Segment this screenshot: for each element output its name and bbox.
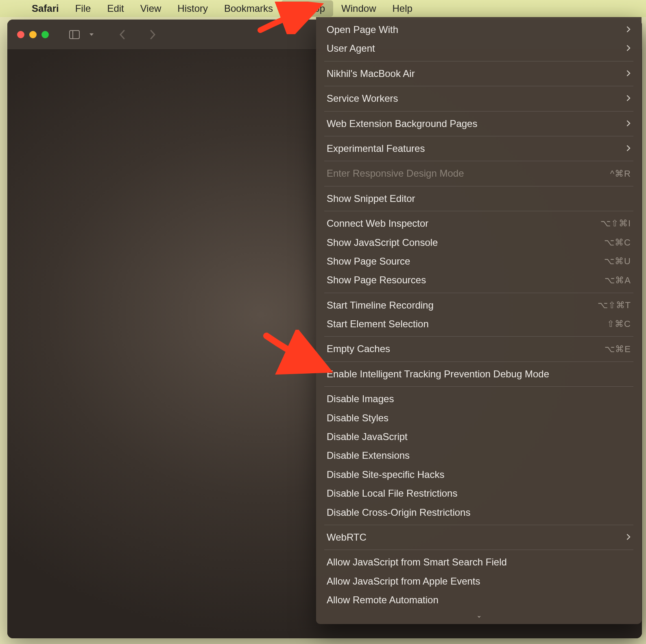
menu-item-start-timeline-recording[interactable]: Start Timeline Recording⌥⇧⌘T (316, 296, 642, 315)
menu-history[interactable]: History (169, 0, 216, 17)
develop-menu-dropdown: Open Page WithUser AgentNikhil's MacBook… (316, 17, 642, 624)
menu-window[interactable]: Window (333, 0, 384, 17)
menu-item-shortcut: ⌥⇧⌘I (600, 217, 631, 230)
menu-separator (324, 293, 633, 293)
menu-item-allow-javascript-from-smart-search-field[interactable]: Allow JavaScript from Smart Search Field (316, 553, 642, 572)
menu-item-label: Disable JavaScript (327, 430, 408, 443)
app-menu[interactable]: Safari (24, 0, 67, 17)
menu-item-enter-responsive-design-mode: Enter Responsive Design Mode^⌘R (316, 164, 642, 183)
chevron-right-icon (626, 42, 631, 55)
menu-file[interactable]: File (67, 0, 99, 17)
forward-button[interactable] (145, 27, 160, 42)
menu-separator (324, 186, 633, 186)
menu-item-disable-extensions[interactable]: Disable Extensions (316, 446, 642, 465)
menu-item-start-element-selection[interactable]: Start Element Selection⇧⌘C (316, 315, 642, 333)
menu-item-shortcut: ⇧⌘C (607, 318, 631, 330)
menu-item-label: Disable Site-specific Hacks (327, 468, 444, 481)
menu-separator (324, 161, 633, 161)
menu-item-allow-remote-automation[interactable]: Allow Remote Automation (316, 591, 642, 609)
menu-item-connect-web-inspector[interactable]: Connect Web Inspector⌥⇧⌘I (316, 214, 642, 233)
menu-item-service-workers[interactable]: Service Workers (316, 89, 642, 108)
menu-item-label: Nikhil's MacBook Air (327, 67, 415, 80)
sidebar-dropdown-button[interactable] (85, 29, 98, 40)
menu-item-label: Start Timeline Recording (327, 299, 434, 312)
menu-separator (324, 386, 633, 387)
menu-item-label: Disable Cross-Origin Restrictions (327, 506, 470, 519)
menu-item-shortcut: ⌥⌘A (605, 274, 631, 287)
menu-item-label: Enable Intelligent Tracking Prevention D… (327, 368, 549, 381)
menu-item-disable-javascript[interactable]: Disable JavaScript (316, 427, 642, 446)
menu-item-label: Allow Remote Automation (327, 594, 439, 607)
menu-item-label: Disable Local File Restrictions (327, 487, 457, 500)
menu-item-label: Connect Web Inspector (327, 217, 428, 230)
menu-item-show-snippet-editor[interactable]: Show Snippet Editor (316, 189, 642, 208)
menu-view[interactable]: View (132, 0, 170, 17)
menu-item-show-page-resources[interactable]: Show Page Resources⌥⌘A (316, 271, 642, 289)
svg-rect-0 (70, 31, 79, 39)
chevron-right-icon (626, 142, 631, 155)
fullscreen-window-button[interactable] (41, 31, 49, 38)
menu-item-disable-site-specific-hacks[interactable]: Disable Site-specific Hacks (316, 465, 642, 484)
menu-item-label: Web Extension Background Pages (327, 117, 477, 130)
menu-bookmarks[interactable]: Bookmarks (216, 0, 281, 17)
menu-item-label: Show Snippet Editor (327, 192, 415, 205)
menu-separator (324, 550, 633, 550)
menu-item-shortcut: ^⌘R (610, 168, 631, 180)
back-button[interactable] (115, 27, 130, 42)
menu-item-label: User Agent (327, 42, 375, 55)
menu-item-allow-javascript-from-apple-events[interactable]: Allow JavaScript from Apple Events (316, 572, 642, 591)
menu-item-label: Show JavaScript Console (327, 236, 438, 249)
chevron-right-icon (626, 23, 631, 36)
sidebar-toggle-button[interactable] (65, 28, 84, 42)
menu-item-label: Allow JavaScript from Apple Events (327, 575, 480, 588)
menu-item-label: Disable Styles (327, 412, 388, 425)
menu-item-label: Show Page Source (327, 255, 410, 268)
macos-menubar: Safari File Edit View History Bookmarks … (0, 0, 646, 17)
menu-item-disable-images[interactable]: Disable Images (316, 390, 642, 408)
menu-item-web-extension-background-pages[interactable]: Web Extension Background Pages (316, 114, 642, 133)
menu-item-disable-cross-origin-restrictions[interactable]: Disable Cross-Origin Restrictions (316, 503, 642, 522)
menu-item-experimental-features[interactable]: Experimental Features (316, 139, 642, 158)
menu-item-show-javascript-console[interactable]: Show JavaScript Console⌥⌘C (316, 233, 642, 252)
menu-separator (324, 86, 633, 86)
menu-item-label: WebRTC (327, 531, 367, 544)
menu-separator (324, 525, 633, 525)
menu-separator (324, 211, 633, 211)
menu-item-enable-intelligent-tracking-prevention-debug-mode[interactable]: Enable Intelligent Tracking Prevention D… (316, 365, 642, 383)
menu-help[interactable]: Help (384, 0, 420, 17)
chevron-right-icon (626, 92, 631, 105)
menu-edit[interactable]: Edit (99, 0, 132, 17)
menu-item-shortcut: ⌥⇧⌘T (598, 299, 631, 311)
close-window-button[interactable] (17, 31, 24, 38)
menu-item-user-agent[interactable]: User Agent (316, 39, 642, 58)
menu-separator (324, 361, 633, 362)
minimize-window-button[interactable] (29, 31, 37, 38)
menu-item-label: Open Page With (327, 23, 398, 36)
menu-item-shortcut: ⌥⌘U (604, 255, 631, 267)
menu-item-label: Empty Caches (327, 342, 390, 355)
menu-item-open-page-with[interactable]: Open Page With (316, 20, 642, 39)
menu-item-shortcut: ⌥⌘E (605, 343, 631, 355)
menu-develop[interactable]: Develop (281, 0, 333, 17)
menu-item-label: Start Element Selection (327, 318, 429, 331)
menu-item-label: Experimental Features (327, 142, 425, 155)
window-traffic-lights (17, 31, 49, 38)
menu-overflow-chevron-icon[interactable]: ⌄ (316, 610, 642, 619)
menu-item-disable-local-file-restrictions[interactable]: Disable Local File Restrictions (316, 484, 642, 503)
menu-item-webrtc[interactable]: WebRTC (316, 528, 642, 547)
menu-item-label: Allow JavaScript from Smart Search Field (327, 556, 507, 569)
menu-separator (324, 136, 633, 136)
chevron-right-icon (626, 67, 631, 80)
menu-item-label: Service Workers (327, 92, 398, 105)
menu-item-show-page-source[interactable]: Show Page Source⌥⌘U (316, 252, 642, 271)
menu-item-label: Enter Responsive Design Mode (327, 167, 464, 180)
menu-separator (324, 336, 633, 337)
menu-item-label: Disable Images (327, 392, 394, 405)
menu-item-label: Show Page Resources (327, 274, 426, 287)
menu-separator (324, 61, 633, 61)
menu-item-empty-caches[interactable]: Empty Caches⌥⌘E (316, 340, 642, 358)
chevron-right-icon (626, 531, 631, 544)
chevron-right-icon (626, 117, 631, 130)
menu-item-disable-styles[interactable]: Disable Styles (316, 409, 642, 427)
menu-item-nikhil-s-macbook-air[interactable]: Nikhil's MacBook Air (316, 64, 642, 83)
